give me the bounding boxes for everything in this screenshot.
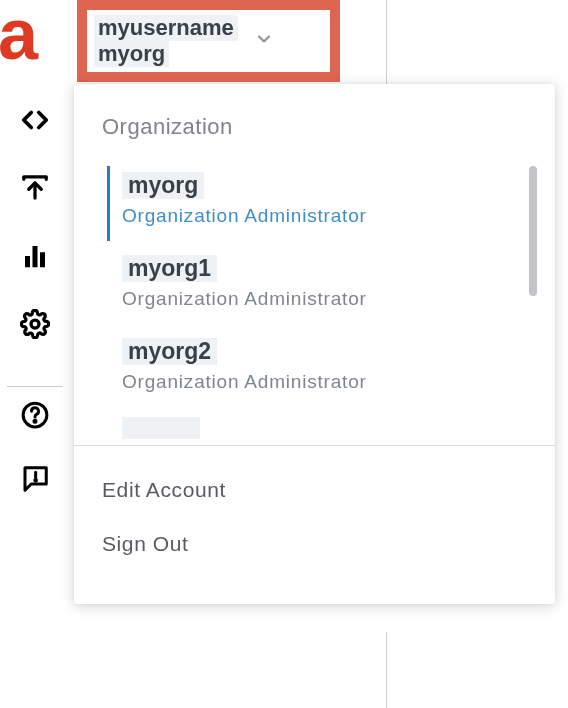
- org-name: myorg1: [122, 255, 217, 282]
- org-role: Organization Administrator: [122, 371, 527, 393]
- help-icon[interactable]: [20, 400, 50, 430]
- feedback-icon[interactable]: [20, 464, 50, 494]
- nav-icons-primary: [0, 105, 70, 339]
- svg-rect-2: [40, 252, 45, 267]
- account-switcher-trigger[interactable]: myusername myorg: [94, 12, 322, 70]
- account-dropdown: Organization myorg Organization Administ…: [74, 84, 555, 604]
- logo-icon: a: [0, 0, 38, 70]
- vertical-divider: [386, 632, 387, 708]
- org-item[interactable]: myorg Organization Administrator: [107, 166, 527, 241]
- org-role: Organization Administrator: [122, 288, 527, 310]
- org-item[interactable]: myorg1 Organization Administrator: [110, 249, 527, 324]
- org-name: myorg: [122, 172, 204, 199]
- nav-icons-secondary: [0, 400, 70, 494]
- org-item[interactable]: myorg2 Organization Administrator: [110, 332, 527, 407]
- svg-point-5: [34, 420, 36, 422]
- svg-point-3: [31, 320, 39, 328]
- chevron-down-icon: [254, 29, 274, 53]
- nav-divider: [7, 386, 63, 387]
- current-username: myusername: [94, 15, 238, 41]
- analytics-icon[interactable]: [20, 241, 50, 271]
- left-sidebar: a: [0, 0, 70, 708]
- org-role: Organization Administrator: [122, 205, 527, 227]
- org-name: myorg2: [122, 338, 217, 365]
- svg-point-7: [35, 479, 37, 481]
- vertical-divider: [386, 0, 387, 84]
- svg-rect-0: [25, 256, 30, 267]
- code-icon[interactable]: [20, 105, 50, 135]
- publish-icon[interactable]: [20, 173, 50, 203]
- current-org: myorg: [94, 41, 169, 67]
- dropdown-divider: [74, 445, 555, 446]
- edit-account-action[interactable]: Edit Account: [102, 468, 527, 522]
- sign-out-action[interactable]: Sign Out: [102, 522, 527, 576]
- svg-rect-1: [33, 246, 38, 267]
- account-switcher-label: myusername myorg: [94, 15, 238, 67]
- section-label-organization: Organization: [102, 114, 527, 140]
- scrollbar-thumb[interactable]: [529, 166, 537, 296]
- settings-icon[interactable]: [20, 309, 50, 339]
- organization-list: myorg Organization Administrator myorg1 …: [102, 166, 527, 439]
- org-item-partial: [122, 417, 200, 439]
